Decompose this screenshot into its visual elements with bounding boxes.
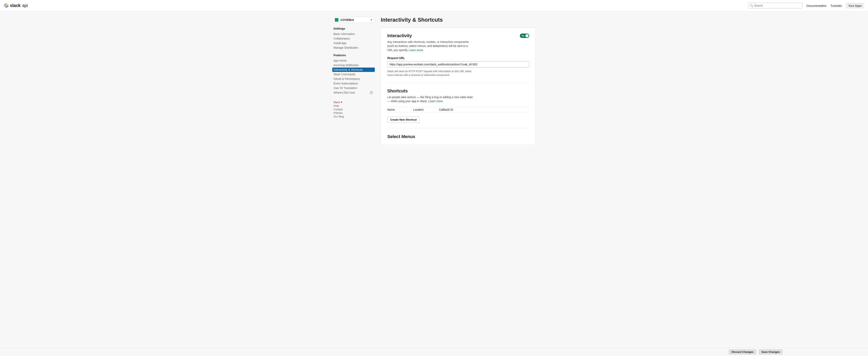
sidebar-item-slash-commands[interactable]: Slash Commands (332, 72, 375, 76)
sidebar-item-incoming-webhooks[interactable]: Incoming Webhooks (332, 63, 375, 67)
select-menus-title: Select Menus (387, 134, 529, 139)
search-icon (750, 4, 753, 7)
interactivity-title: Interactivity (387, 33, 412, 38)
page-title: Interactivity & Shortcuts (381, 17, 536, 23)
sidebar-item-install-app[interactable]: Install App (332, 41, 375, 45)
sidebar-item-app-home[interactable]: App Home (332, 58, 375, 63)
sidebar-item-manage-distribution[interactable]: Manage Distribution (332, 45, 375, 50)
request-url-input[interactable] (387, 61, 529, 68)
request-url-help: Slack will send an HTTP POST request wit… (387, 69, 473, 77)
sidebar-item-wheres-bot[interactable]: Where's Bot User ? (332, 90, 375, 95)
footer-slack-love[interactable]: Slack ♥ (334, 101, 375, 104)
search-input[interactable]: Search (748, 3, 802, 8)
app-icon (335, 18, 338, 22)
divider (387, 128, 529, 129)
top-right-nav: Search Documentation Tutorials Your Apps (748, 3, 864, 8)
interactivity-learn-more[interactable]: Learn more. (409, 48, 424, 52)
request-url-label: Request URL (387, 57, 529, 60)
app-picker-name: COVIDBot (340, 18, 354, 22)
footer-help[interactable]: Help (334, 104, 375, 107)
slack-logo-icon (4, 3, 8, 8)
nav-tutorials[interactable]: Tutorials (831, 4, 842, 7)
search-placeholder: Search (754, 4, 763, 7)
sidebar-item-oauth[interactable]: OAuth & Permissions (332, 77, 375, 81)
main-card: Interactivity On Any interactions with s… (381, 27, 536, 145)
app-picker[interactable]: COVIDBot (332, 17, 375, 23)
toggle-knob (525, 34, 529, 37)
logo-text: slack api (10, 3, 28, 8)
sidebar-group-features: Features (334, 54, 375, 57)
sidebar-item-user-id-translation[interactable]: User ID Translation (332, 86, 375, 90)
footer-blog[interactable]: Our Blog (334, 115, 375, 118)
sidebar-item-interactivity[interactable]: Interactivity & Shortcuts (332, 68, 375, 72)
shortcuts-learn-more[interactable]: Learn more. (428, 100, 443, 103)
shortcuts-description: Let people take actions — like filing a … (387, 95, 475, 103)
sidebar-item-basic-information[interactable]: Basic Information (332, 32, 375, 36)
nav-your-apps[interactable]: Your Apps (846, 3, 864, 8)
heart-icon: ♥ (341, 101, 342, 104)
interactivity-description: Any interactions with shortcuts, modals,… (387, 40, 473, 52)
sidebar-item-collaborators[interactable]: Collaborators (332, 36, 375, 41)
nav-documentation[interactable]: Documentation (806, 4, 827, 7)
slack-api-logo[interactable]: slack api (4, 3, 28, 8)
col-name: Name (387, 108, 413, 111)
interactivity-toggle[interactable]: On (520, 34, 529, 38)
top-bar: slack api Search Documentation Tutorials… (0, 0, 868, 11)
sidebar-footer: Slack ♥ Help Contact Policies Our Blog (332, 101, 375, 118)
toggle-label: On (521, 35, 524, 37)
col-callback: Callback ID (439, 108, 529, 111)
shortcuts-table-header: Name Location Callback ID (387, 107, 529, 112)
sidebar-group-settings: Settings (334, 27, 375, 30)
sidebar-item-event-subscriptions[interactable]: Event Subscriptions (332, 81, 375, 86)
create-shortcut-button[interactable]: Create New Shortcut (387, 117, 420, 123)
help-icon[interactable]: ? (370, 91, 373, 94)
page-body: COVIDBot Settings Basic Information Coll… (0, 11, 868, 348)
shortcuts-title: Shortcuts (387, 88, 529, 94)
main-content: Interactivity & Shortcuts Interactivity … (381, 17, 536, 145)
col-location: Location (413, 108, 439, 111)
footer-contact[interactable]: Contact (334, 108, 375, 111)
chevron-down-icon (371, 20, 372, 21)
divider (387, 83, 529, 83)
sidebar: COVIDBot Settings Basic Information Coll… (332, 17, 375, 145)
footer-policies[interactable]: Policies (334, 111, 375, 115)
